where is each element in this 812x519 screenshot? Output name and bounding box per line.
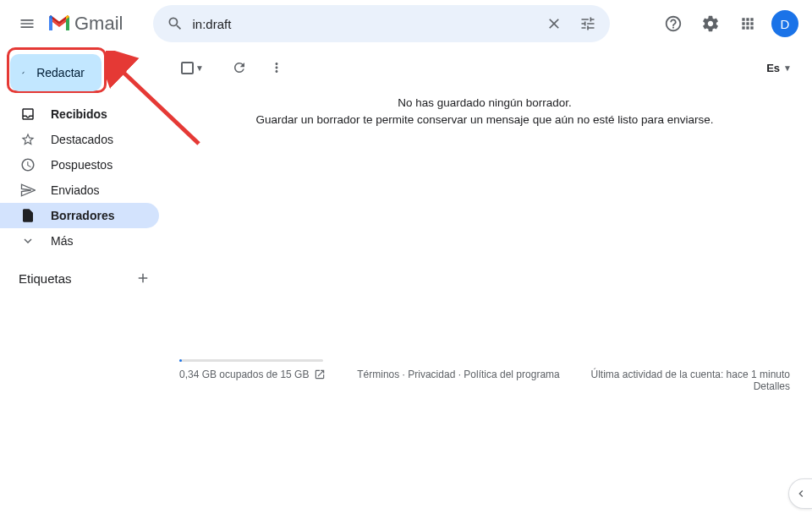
search-button[interactable] bbox=[158, 7, 192, 41]
footer-activity: Última actividad de la cuenta: hace 1 mi… bbox=[591, 369, 790, 392]
more-vertical-icon bbox=[269, 60, 284, 75]
refresh-button[interactable] bbox=[224, 52, 255, 83]
gmail-logo-text: Gmail bbox=[74, 13, 123, 35]
program-link[interactable]: Política del programa bbox=[464, 369, 559, 380]
labels-title: Etiquetas bbox=[19, 271, 72, 286]
plus-icon[interactable] bbox=[135, 270, 151, 286]
compose-button[interactable]: Redactar bbox=[10, 54, 102, 91]
nav-list: Recibidos Destacados Pospuestos Enviados… bbox=[0, 101, 166, 254]
clock-icon bbox=[20, 157, 36, 172]
sidebar-item-snoozed[interactable]: Pospuestos bbox=[0, 152, 159, 178]
hamburger-icon bbox=[19, 15, 36, 32]
gmail-logo-icon bbox=[47, 14, 71, 33]
nav-label: Borradores bbox=[51, 209, 114, 222]
nav-label: Pospuestos bbox=[51, 158, 112, 172]
labels-section-header[interactable]: Etiquetas bbox=[0, 270, 166, 286]
details-link[interactable]: Detalles bbox=[591, 380, 790, 392]
sidebar-item-sent[interactable]: Enviados bbox=[0, 178, 159, 203]
nav-label: Más bbox=[51, 234, 73, 248]
message-toolbar: ▼ Es ▼ bbox=[169, 47, 800, 88]
caret-down-icon: ▼ bbox=[783, 63, 792, 73]
empty-line-2: Guardar un borrador te permite conservar… bbox=[169, 112, 800, 128]
pencil-icon bbox=[22, 64, 25, 81]
lang-label: Es bbox=[766, 62, 780, 74]
search-options-button[interactable] bbox=[571, 7, 605, 41]
apps-button[interactable] bbox=[731, 7, 765, 41]
sidebar-item-more[interactable]: Más bbox=[0, 228, 159, 254]
tune-icon bbox=[579, 15, 596, 32]
header-actions: D bbox=[656, 7, 798, 41]
checkbox-icon bbox=[181, 62, 194, 74]
footer-links: Términos · Privacidad · Política del pro… bbox=[357, 369, 559, 380]
inbox-icon bbox=[20, 107, 36, 122]
app-header: Gmail D bbox=[0, 0, 812, 47]
help-button[interactable] bbox=[656, 7, 690, 41]
nav-label: Recibidos bbox=[51, 107, 107, 121]
activity-text[interactable]: Última actividad de la cuenta: hace 1 mi… bbox=[591, 369, 790, 380]
apps-grid-icon bbox=[739, 15, 756, 32]
caret-down-icon: ▼ bbox=[195, 63, 204, 73]
star-icon bbox=[20, 132, 36, 147]
terms-link[interactable]: Términos bbox=[357, 369, 399, 380]
file-icon bbox=[20, 208, 36, 223]
empty-state: No has guardado ningún borrador. Guardar… bbox=[169, 95, 800, 129]
select-all-checkbox[interactable]: ▼ bbox=[181, 62, 204, 74]
storage-fill bbox=[179, 359, 182, 362]
content-footer: 0,34 GB ocupados de 15 GB Términos · Pri… bbox=[169, 354, 800, 519]
empty-line-1: No has guardado ningún borrador. bbox=[169, 95, 800, 112]
external-link-icon bbox=[314, 369, 326, 380]
storage-bar bbox=[179, 359, 323, 362]
sidebar-item-inbox[interactable]: Recibidos bbox=[0, 101, 159, 127]
compose-label: Redactar bbox=[36, 66, 85, 79]
nav-label: Enviados bbox=[51, 183, 100, 197]
clear-search-button[interactable] bbox=[537, 7, 571, 41]
main-menu-button[interactable] bbox=[10, 7, 44, 41]
gmail-logo[interactable]: Gmail bbox=[47, 13, 123, 35]
search-icon bbox=[167, 15, 184, 32]
gear-icon bbox=[701, 14, 720, 33]
search-input[interactable] bbox=[192, 17, 537, 31]
refresh-icon bbox=[232, 60, 247, 75]
input-tools-button[interactable]: Es ▼ bbox=[766, 62, 792, 74]
help-icon bbox=[664, 14, 683, 33]
side-panel-toggle[interactable] bbox=[788, 478, 812, 509]
send-icon bbox=[20, 183, 36, 198]
sidebar-item-drafts[interactable]: Borradores bbox=[0, 203, 159, 228]
privacy-link[interactable]: Privacidad bbox=[408, 369, 455, 380]
settings-button[interactable] bbox=[694, 7, 727, 41]
content-area: ▼ Es ▼ No has guardado ningún borrador. … bbox=[166, 47, 812, 519]
search-bar bbox=[153, 5, 610, 42]
chevron-left-icon bbox=[794, 487, 808, 500]
more-button[interactable] bbox=[261, 52, 292, 83]
storage-text-wrap[interactable]: 0,34 GB ocupados de 15 GB bbox=[179, 369, 326, 380]
sidebar-item-starred[interactable]: Destacados bbox=[0, 127, 159, 152]
account-avatar[interactable]: D bbox=[771, 10, 798, 37]
storage-text: 0,34 GB ocupados de 15 GB bbox=[179, 369, 309, 380]
chevron-down-icon bbox=[20, 233, 36, 249]
sidebar: Redactar Recibidos Destacados Pospuestos… bbox=[0, 47, 166, 519]
close-icon bbox=[546, 15, 562, 32]
main-area: Redactar Recibidos Destacados Pospuestos… bbox=[0, 47, 812, 519]
nav-label: Destacados bbox=[51, 133, 113, 146]
